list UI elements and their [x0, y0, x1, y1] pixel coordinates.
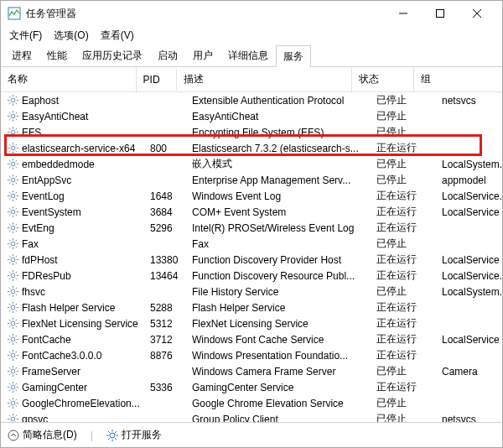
- service-desc: Google Chrome Elevation Service: [185, 398, 370, 409]
- service-status: 正在运行: [370, 300, 435, 315]
- table-row[interactable]: elasticsearch-service-x64800Elasticsearc…: [1, 140, 502, 156]
- service-status: 正在运行: [370, 316, 435, 331]
- column-desc[interactable]: 描述: [177, 67, 352, 91]
- svg-line-57: [16, 176, 18, 178]
- svg-line-28: [9, 128, 11, 130]
- svg-line-103: [9, 263, 11, 264]
- column-name[interactable]: 名称: [1, 67, 137, 91]
- svg-line-182: [16, 406, 18, 408]
- service-name: EasyAntiCheat: [22, 111, 88, 122]
- table-row[interactable]: FrameServerWindows Camera Frame Server已停…: [1, 363, 502, 379]
- table-row[interactable]: EaphostExtensible Authentication Protoco…: [1, 92, 502, 108]
- column-group[interactable]: 组: [414, 67, 502, 91]
- svg-line-166: [9, 374, 11, 376]
- svg-line-183: [16, 399, 18, 401]
- svg-line-119: [16, 294, 18, 296]
- svg-line-38: [16, 151, 18, 153]
- menu-file[interactable]: 文件(F): [4, 27, 47, 44]
- tab-1[interactable]: 性能: [39, 44, 75, 66]
- gear-icon: [8, 382, 18, 393]
- svg-point-104: [11, 273, 15, 278]
- table-row[interactable]: FlexNet Licensing Service5312FlexNet Lic…: [1, 315, 502, 331]
- svg-line-39: [16, 144, 18, 146]
- svg-line-93: [16, 240, 18, 242]
- svg-line-219: [115, 438, 117, 440]
- table-row[interactable]: EFSEncrypting File System (EFS)已停止: [1, 124, 502, 140]
- table-row[interactable]: EvtEng5296Intel(R) PROSet/Wireless Event…: [1, 220, 502, 236]
- service-desc: Encrypting File System (EFS): [185, 127, 370, 138]
- service-pid: 5288: [143, 302, 185, 314]
- svg-line-110: [16, 279, 18, 280]
- table-row[interactable]: FDResPub13464Function Discovery Resource…: [1, 268, 502, 284]
- svg-line-172: [9, 383, 11, 385]
- service-group: netsvcs: [435, 95, 502, 107]
- service-pid: 800: [143, 143, 185, 154]
- menu-options[interactable]: 选项(O): [49, 27, 93, 44]
- svg-line-31: [9, 135, 11, 137]
- tab-3[interactable]: 启动: [150, 44, 185, 66]
- service-desc: File History Service: [185, 286, 370, 298]
- close-button[interactable]: [459, 1, 495, 26]
- service-status: 正在运行: [370, 348, 435, 362]
- svg-line-157: [9, 358, 11, 360]
- svg-line-221: [108, 438, 110, 440]
- table-row[interactable]: GoogleChromeElevation...Google Chrome El…: [1, 395, 502, 411]
- table-row[interactable]: EasyAntiCheatEasyAntiCheat已停止: [1, 108, 502, 124]
- service-name: EventSystem: [22, 206, 81, 218]
- table-row[interactable]: FontCache3.0.0.08876Windows Presentation…: [1, 347, 502, 363]
- svg-point-212: [8, 430, 18, 440]
- table-row[interactable]: FaxFax已停止: [1, 236, 502, 252]
- service-name: FontCache3.0.0.0: [22, 350, 101, 362]
- svg-line-48: [16, 160, 18, 162]
- svg-point-5: [11, 98, 15, 102]
- service-pid: 5336: [143, 382, 185, 393]
- tab-2[interactable]: 应用历史记录: [75, 44, 150, 66]
- svg-line-56: [16, 183, 18, 185]
- tab-5[interactable]: 详细信息: [220, 44, 276, 66]
- table-row[interactable]: GamingCenter5336GamingCenter Service正在运行: [1, 379, 502, 395]
- svg-line-22: [9, 119, 11, 121]
- gear-icon: [8, 238, 18, 249]
- column-status[interactable]: 状态: [352, 67, 415, 91]
- svg-point-86: [11, 242, 15, 246]
- column-pid[interactable]: PID: [137, 69, 177, 91]
- open-services-link[interactable]: 打开服务: [106, 428, 162, 442]
- table-row[interactable]: EntAppSvcEnterprise App Management Serv.…: [1, 172, 502, 188]
- svg-line-47: [16, 167, 18, 169]
- service-name: fdPHost: [22, 254, 58, 266]
- table-row[interactable]: gpsvcGroup Policy Client已停止netsvcs: [1, 411, 502, 422]
- service-status: 已停止: [370, 237, 435, 251]
- service-desc: Windows Font Cache Service: [185, 334, 370, 346]
- table-row[interactable]: EventLog1648Windows Event Log正在运行LocalSe…: [1, 188, 502, 204]
- service-desc: Flash Helper Service: [185, 302, 370, 314]
- tab-0[interactable]: 进程: [4, 44, 39, 66]
- services-list[interactable]: EaphostExtensible Authentication Protoco…: [1, 92, 502, 422]
- maximize-button[interactable]: [422, 1, 459, 26]
- svg-line-146: [16, 342, 18, 344]
- service-status: 已停止: [370, 157, 435, 171]
- table-row[interactable]: Flash Helper Service5288Flash Helper Ser…: [1, 300, 502, 315]
- gear-icon: [8, 127, 18, 138]
- tab-6[interactable]: 服务: [276, 45, 311, 67]
- table-row[interactable]: embeddedmode嵌入模式已停止LocalSystem...: [1, 156, 502, 172]
- menu-view[interactable]: 查看(V): [96, 27, 139, 44]
- service-status: 已停止: [370, 109, 435, 123]
- service-desc: Function Discovery Provider Host: [185, 254, 370, 266]
- svg-line-92: [16, 247, 18, 248]
- window-title: 任务管理器: [26, 7, 76, 21]
- service-pid: 5296: [143, 222, 185, 234]
- minimize-button[interactable]: [385, 1, 422, 26]
- svg-point-131: [11, 321, 15, 326]
- service-desc: COM+ Event System: [185, 206, 370, 218]
- service-desc: Group Policy Client: [185, 414, 370, 423]
- tab-4[interactable]: 用户: [185, 44, 220, 66]
- table-row[interactable]: fdPHost13380Function Discovery Provider …: [1, 252, 502, 268]
- fewer-details-button[interactable]: 简略信息(D): [8, 428, 77, 442]
- gear-icon: [8, 302, 18, 313]
- service-pid: 3684: [143, 206, 185, 218]
- svg-point-113: [11, 289, 15, 294]
- svg-line-12: [16, 96, 18, 98]
- table-row[interactable]: EventSystem3684COM+ Event System正在运行Loca…: [1, 204, 502, 220]
- table-row[interactable]: fhsvcFile History Service已停止LocalSystem.…: [1, 284, 502, 300]
- table-row[interactable]: FontCache3712Windows Font Cache Service正…: [1, 331, 502, 347]
